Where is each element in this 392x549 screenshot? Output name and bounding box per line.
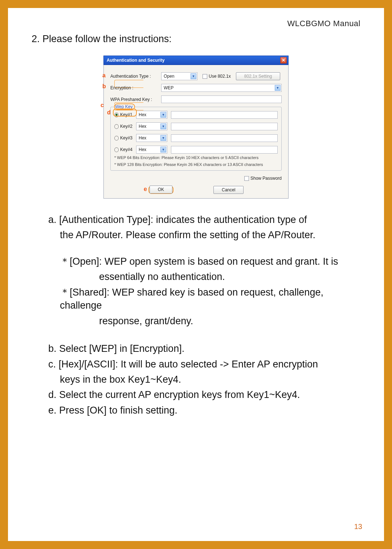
desc-open-line2: essentially no authentication. (32, 270, 360, 283)
key1-label: Key#1 (120, 112, 132, 117)
callout-e: e (144, 186, 147, 192)
encryption-value: WEP (164, 85, 173, 90)
key3-radio[interactable] (114, 136, 119, 141)
key4-radio[interactable] (114, 147, 119, 152)
show-password-label: Show Password (250, 176, 282, 181)
wpa-psk-label: WPA Preshared Key : (110, 97, 161, 102)
chevron-down-icon: ▼ (160, 135, 166, 141)
auth-type-value: Open (164, 74, 174, 79)
encryption-label: Encryption : (110, 85, 161, 90)
close-icon[interactable]: ✕ (280, 57, 287, 64)
key3-label: Key#3 (120, 135, 132, 141)
ok-button[interactable]: OK (150, 186, 172, 194)
desc-c-line2: keys in the box Key1~Key4. (32, 373, 360, 386)
desc-e: e. Press [OK] to finish setting. (32, 404, 360, 417)
callout-a: a (102, 72, 106, 79)
key1-format: Hex (139, 112, 146, 117)
key2-label: Key#2 (120, 124, 132, 129)
key-row-3: Key#3 Hex▼ (114, 134, 278, 142)
cancel-button[interactable]: Cancel (213, 186, 244, 194)
wep-key-fieldset: Wep Key c d Key#1 Hex▼ Key#2 Hex▼ Key#3 (110, 107, 282, 171)
desc-a-line2: the AP/Router. Please confirm the settin… (32, 228, 360, 241)
show-password-checkbox[interactable] (244, 176, 249, 181)
use-8021x-label: Use 802.1x (209, 74, 231, 79)
key4-format-select[interactable]: Hex▼ (136, 146, 167, 154)
encryption-select[interactable]: WEP ▼ (161, 84, 282, 92)
desc-shared-line1: ＊[Shared]: WEP shared key is based on re… (32, 286, 360, 312)
key4-format: Hex (139, 147, 146, 152)
auth-type-select[interactable]: Open ▼ (161, 72, 197, 80)
key3-format: Hex (139, 135, 146, 141)
key1-format-select[interactable]: Hex▼ (136, 111, 167, 119)
section-title: 2. Please follow the instructions: (32, 33, 360, 45)
chevron-down-icon: ▼ (160, 147, 166, 152)
key4-input[interactable] (171, 146, 278, 154)
callout-c: c (101, 102, 104, 109)
key1-input[interactable] (171, 111, 278, 119)
8021x-setting-button[interactable]: 802.1x Setting (236, 72, 281, 80)
callout-d: d (107, 109, 111, 116)
page-number: 13 (354, 522, 362, 531)
chevron-down-icon: ▼ (191, 73, 196, 79)
desc-a-line1: a. [Authentication Type]: indicates the … (32, 213, 360, 226)
dialog-title: Authentication and Security (107, 58, 164, 63)
desc-shared-line2: response, grant/deny. (32, 314, 360, 328)
key-row-2: Key#2 Hex▼ (114, 122, 278, 130)
show-password-row: Show Password (110, 176, 282, 181)
chevron-down-icon: ▼ (160, 123, 166, 129)
desc-b: b. Select [WEP] in [Encryption]. (32, 342, 360, 355)
wep-hint-2: * WEP 128 Bits Encryption: Please Keyin … (114, 162, 278, 167)
key3-input[interactable] (171, 134, 278, 142)
use-8021x-checkbox[interactable] (203, 74, 207, 79)
chevron-down-icon: ▼ (275, 85, 281, 91)
wpa-psk-input[interactable] (161, 95, 282, 103)
key-row-4: Key#4 Hex▼ (114, 146, 278, 154)
chevron-down-icon: ▼ (160, 112, 166, 118)
key2-format: Hex (139, 124, 146, 129)
desc-open-line1: ＊[Open]: WEP open system is based on req… (32, 255, 360, 268)
key2-radio[interactable] (114, 124, 119, 129)
auth-type-label: Authentication Type : (110, 74, 161, 79)
wep-key-legend: Wep Key (114, 104, 134, 109)
desc-d: d. Select the current AP encryption keys… (32, 388, 360, 401)
key2-format-select[interactable]: Hex▼ (136, 122, 167, 130)
key4-label: Key#4 (120, 147, 132, 152)
key1-radio[interactable] (114, 113, 119, 117)
dialog-screenshot: Authentication and Security ✕ a b Authen… (103, 56, 289, 199)
callout-b: b (102, 83, 106, 90)
key3-format-select[interactable]: Hex▼ (136, 134, 167, 142)
header-manual: WLCBGMO Manual (32, 19, 360, 28)
key-row-1: Key#1 Hex▼ (114, 111, 278, 119)
desc-c-line1: c. [Hex]/[ASCII]: It will be auto select… (32, 358, 360, 371)
dialog-titlebar: Authentication and Security ✕ (103, 56, 289, 65)
key2-input[interactable] (171, 123, 278, 130)
wep-hint-1: * WEP 64 Bits Encryption: Please Keyin 1… (114, 155, 278, 160)
